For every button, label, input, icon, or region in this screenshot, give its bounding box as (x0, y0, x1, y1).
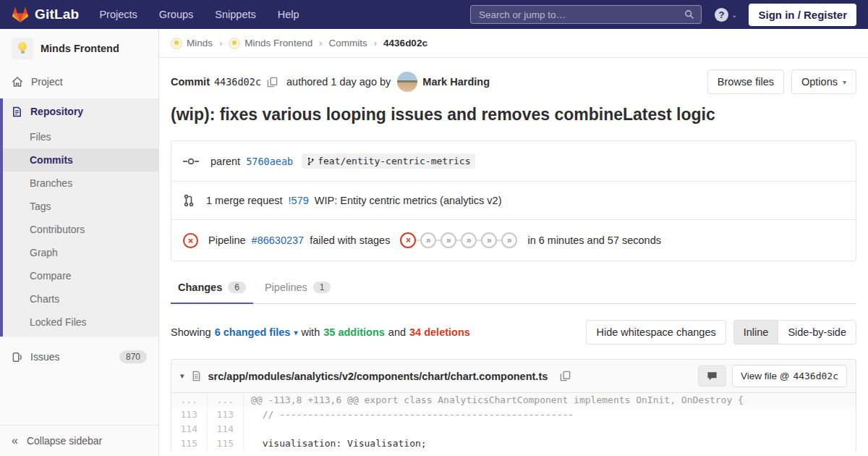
collapse-sidebar-label: Collapse sidebar (27, 435, 102, 447)
hide-whitespace-button[interactable]: Hide whitespace changes (586, 320, 726, 345)
pipeline-stage-skipped-icon[interactable]: » (501, 232, 517, 248)
gitlab-wordmark: GitLab (35, 7, 79, 22)
parent-label: parent (210, 156, 240, 167)
commit-label: Commit (171, 76, 210, 88)
changes-count-badge: 6 (228, 282, 246, 293)
view-file-label: View file @ (741, 371, 789, 381)
toggle-comments-button[interactable] (698, 366, 726, 387)
mr-title: WIP: Entity centric metrics (analytics v… (315, 195, 502, 206)
author-avatar[interactable] (397, 72, 417, 92)
mr-count-text: 1 merge request (206, 195, 283, 206)
sidebar-item-project[interactable]: Project (0, 69, 158, 94)
collapse-file-caret-icon[interactable]: ▾ (180, 371, 184, 381)
new-line-number[interactable]: 113 (208, 408, 244, 422)
view-file-button[interactable]: View file @ 4436d02c (732, 365, 847, 387)
pipeline-stage-skipped-icon[interactable]: » (420, 232, 436, 248)
mr-ref-link[interactable]: !579 (289, 195, 309, 206)
old-line-number[interactable]: 114 (171, 422, 208, 436)
sidebar-item-contributors[interactable]: Contributors (3, 218, 158, 241)
sidebar-item-commits[interactable]: Commits (3, 148, 158, 172)
sidebar-item-locked-files[interactable]: Locked Files (3, 311, 158, 334)
main-content: Minds › Minds Frontend › Commits › 4436d… (159, 29, 868, 451)
tab-pipelines[interactable]: Pipelines 1 (258, 280, 339, 304)
merge-request-icon (183, 194, 195, 207)
sidebar-item-label: Repository (30, 106, 83, 117)
commit-tabs: Changes 6 Pipelines 1 (171, 280, 856, 304)
pipeline-duration: in 6 minutes and 57 seconds (527, 235, 661, 246)
sidebar-item-repository[interactable]: Repository (3, 98, 158, 125)
gitlab-logo[interactable]: GitLab (12, 6, 79, 23)
diff-file-actions: View file @ 4436d02c (698, 365, 847, 387)
branch-badge[interactable]: feat/entity-centric-metrics (302, 153, 475, 169)
author-name[interactable]: Mark Harding (422, 76, 490, 88)
new-line-number: ... (208, 393, 244, 408)
help-dropdown[interactable]: ? ⌄ (715, 8, 737, 22)
sign-in-register-button[interactable]: Sign in / Register (749, 4, 856, 26)
breadcrumb-commits[interactable]: Commits (329, 38, 367, 48)
project-context-header[interactable]: Minds Frontend (0, 29, 158, 69)
diff-file-header: ▾ src/app/modules/analytics/v2/component… (171, 360, 856, 393)
side-by-side-view-button[interactable]: Side-by-side (778, 320, 856, 345)
old-line-number[interactable]: 113 (171, 408, 208, 422)
options-label: Options (801, 76, 838, 88)
collapse-sidebar-button[interactable]: « Collapse sidebar (0, 425, 158, 456)
breadcrumb-label: Minds Frontend (244, 38, 312, 48)
pipeline-stage-skipped-icon[interactable]: » (441, 232, 456, 248)
menu-projects[interactable]: Projects (99, 9, 137, 20)
sidebar-item-files[interactable]: Files (3, 125, 158, 148)
breadcrumb-separator: › (219, 38, 222, 48)
top-navbar: GitLab Projects Groups Snippets Help ? ⌄… (0, 0, 868, 29)
sidebar-item-label: Issues (30, 351, 59, 363)
sidebar-item-graph[interactable]: Graph (3, 241, 158, 264)
new-line-number[interactable]: 115 (208, 436, 244, 451)
pipeline-failed-status-icon[interactable]: × (183, 233, 198, 248)
sidebar-item-branches[interactable]: Branches (3, 172, 158, 195)
chevron-down-icon: ▾ (843, 78, 846, 86)
sidebar-item-label: Project (31, 76, 63, 88)
sidebar-item-compare[interactable]: Compare (3, 264, 158, 287)
diff-line: 113 113 // -----------------------------… (171, 408, 856, 422)
diff-summary-row: Showing 6 changed files ▾ with 35 additi… (171, 320, 856, 345)
inline-view-button[interactable]: Inline (733, 320, 778, 345)
search-input[interactable] (477, 9, 684, 21)
search-icon (684, 9, 694, 20)
new-line-number[interactable]: 114 (208, 422, 244, 436)
sidebar-item-charts[interactable]: Charts (3, 287, 158, 311)
project-avatar-icon (229, 38, 240, 49)
search-box[interactable] (470, 5, 702, 24)
diff-file-path[interactable]: src/app/modules/analytics/v2/components/… (208, 371, 548, 382)
commit-title: (wip): fixes various looping issues and … (171, 105, 856, 124)
pipeline-stage-failed-icon[interactable]: × (400, 232, 416, 248)
commit-sha: 4436d02c (214, 76, 261, 88)
parent-sha-link[interactable]: 5760aeab (246, 156, 293, 167)
breadcrumb-label: Commits (329, 38, 367, 48)
menu-help[interactable]: Help (278, 9, 299, 20)
tab-changes[interactable]: Changes 6 (171, 280, 253, 304)
pipeline-stage-skipped-icon[interactable]: » (481, 232, 497, 248)
sidebar-item-tags[interactable]: Tags (3, 195, 158, 218)
copy-file-path-button[interactable] (558, 369, 572, 383)
home-icon (12, 76, 23, 88)
file-icon (191, 371, 202, 381)
options-dropdown-button[interactable]: Options ▾ (791, 69, 856, 94)
browse-files-button[interactable]: Browse files (707, 69, 784, 94)
merge-request-row: 1 merge request !579 WIP: Entity centric… (171, 181, 856, 219)
pipeline-stage-skipped-icon[interactable]: » (461, 232, 477, 248)
breadcrumb-minds-frontend[interactable]: Minds Frontend (229, 38, 312, 49)
project-avatar-lightbulb-icon (12, 38, 33, 59)
pipeline-id-link[interactable]: #86630237 (252, 235, 305, 246)
copy-sha-button[interactable] (265, 75, 279, 89)
changed-files-dropdown[interactable]: 6 changed files ▾ (215, 326, 298, 338)
chevron-down-icon: ⌄ (731, 11, 737, 19)
old-line-number[interactable]: 115 (171, 436, 208, 451)
chevron-down-icon: ▾ (294, 329, 297, 337)
issues-count-badge: 870 (119, 350, 147, 363)
sidebar-item-issues[interactable]: Issues 870 (0, 341, 158, 373)
breadcrumb-minds[interactable]: Minds (171, 38, 213, 49)
tab-label: Pipelines (265, 282, 307, 293)
menu-groups[interactable]: Groups (159, 9, 194, 20)
showing-text: Showing (171, 326, 211, 338)
branch-icon (307, 156, 315, 166)
menu-snippets[interactable]: Snippets (215, 9, 255, 20)
commit-page: Commit 4436d02c authored 1 day ago by Ma… (159, 58, 868, 451)
